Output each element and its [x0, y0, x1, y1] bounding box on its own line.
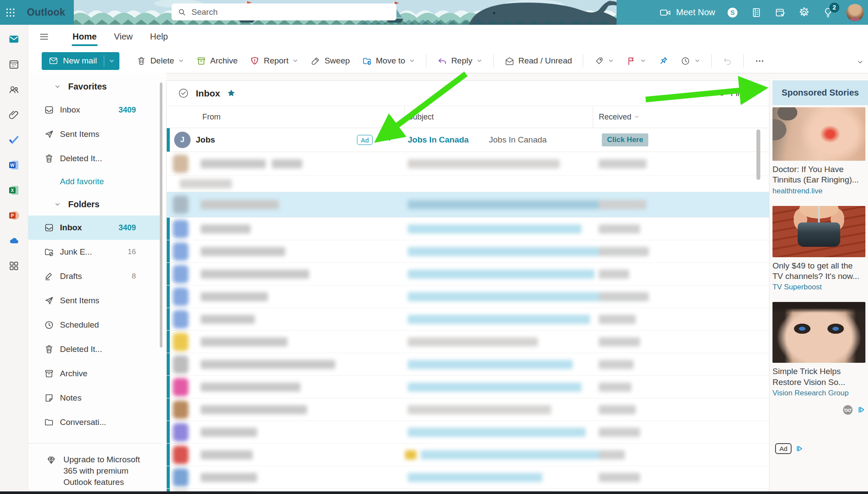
- rail-attachments-icon[interactable]: [7, 108, 20, 121]
- sidebar-item-inbox[interactable]: Inbox3409: [28, 216, 161, 240]
- ad-email-row[interactable]: J Jobs Ad Jobs In Canada Jobs In Canada …: [167, 128, 769, 152]
- click-here-button[interactable]: Click Here: [602, 133, 648, 146]
- email-row-redacted[interactable]: [167, 331, 769, 353]
- drafts-icon: [44, 271, 54, 282]
- story-source-link[interactable]: Vision Research Group: [772, 389, 868, 398]
- more-commands-button[interactable]: [750, 52, 769, 70]
- email-row-redacted[interactable]: [167, 192, 769, 218]
- tv-device-ad-image: [772, 206, 865, 257]
- new-mail-icon: [49, 56, 58, 66]
- tab-view[interactable]: View: [110, 25, 137, 49]
- sponsored-story[interactable]: Simple Trick Helps Restore Vision So...V…: [772, 302, 868, 398]
- sidebar-item-deleted-it[interactable]: Deleted It...: [28, 337, 166, 361]
- list-scrollbar[interactable]: [756, 129, 760, 491]
- email-row-redacted[interactable]: [167, 240, 769, 263]
- more-options-icon[interactable]: [382, 135, 392, 145]
- tips-bulb-icon[interactable]: 2: [822, 7, 835, 19]
- reply-arrow-icon: [437, 56, 447, 66]
- email-row-redacted[interactable]: [167, 263, 769, 285]
- email-row-redacted[interactable]: [167, 444, 769, 466]
- reply-button[interactable]: Reply: [432, 52, 487, 70]
- column-subject[interactable]: Subject: [408, 113, 434, 122]
- hamburger-menu-button[interactable]: [39, 30, 53, 44]
- sidebar-item-scheduled[interactable]: Scheduled: [28, 313, 166, 337]
- folders-section-header[interactable]: Folders: [28, 191, 166, 216]
- meet-now-button[interactable]: Meet Now: [660, 7, 715, 18]
- move-to-button[interactable]: Move to: [357, 52, 420, 70]
- sidebar-item-inbox[interactable]: Inbox3409: [28, 98, 166, 122]
- rail-calendar-icon[interactable]: [7, 58, 20, 71]
- story-headline: Doctor: If You Have Tinnitus (Ear Ringin…: [772, 164, 865, 186]
- sweep-button[interactable]: Sweep: [306, 52, 354, 70]
- email-row-redacted[interactable]: [167, 308, 769, 331]
- archive-button[interactable]: Archive: [191, 52, 242, 70]
- add-favorite-button[interactable]: Add favorite: [28, 171, 166, 191]
- tab-home[interactable]: Home: [68, 25, 101, 49]
- categorize-tag-button[interactable]: [589, 52, 619, 70]
- rail-onedrive-icon[interactable]: [7, 234, 20, 247]
- favorite-star-icon[interactable]: [226, 88, 237, 99]
- tab-help[interactable]: Help: [146, 25, 172, 49]
- column-from[interactable]: From: [202, 113, 221, 122]
- sidebar-item-conversati[interactable]: Conversati...: [28, 410, 166, 434]
- diamond-icon: [46, 455, 56, 465]
- sidebar-item-sent-items[interactable]: Sent Items: [28, 288, 166, 313]
- date-group-row[interactable]: [167, 176, 769, 192]
- flag-button[interactable]: [621, 52, 651, 70]
- folder-pane-scrollbar[interactable]: [160, 83, 162, 348]
- favorites-section-header[interactable]: Favorites: [28, 73, 166, 98]
- settings-gear-icon[interactable]: [799, 7, 811, 19]
- ribbon-collapse-chevron[interactable]: [857, 58, 865, 66]
- email-row-redacted[interactable]: [167, 152, 769, 176]
- flag-icon: [626, 56, 636, 66]
- rail-more-apps-icon[interactable]: [7, 259, 20, 272]
- rail-powerpoint-icon[interactable]: P: [7, 209, 20, 222]
- app-launcher-icon[interactable]: [0, 0, 21, 25]
- sidebar-item-sent-items[interactable]: Sent Items: [28, 122, 166, 146]
- sponsored-story[interactable]: Doctor: If You Have Tinnitus (Ear Ringin…: [772, 107, 868, 196]
- email-row-redacted[interactable]: [167, 353, 769, 376]
- filter-button[interactable]: Filter: [717, 89, 749, 98]
- story-source-link[interactable]: healthtrend.live: [772, 187, 868, 196]
- email-row-redacted[interactable]: [167, 376, 769, 398]
- sidebar-item-junk-e[interactable]: Junk E...16: [28, 240, 166, 264]
- email-row-redacted[interactable]: [167, 466, 769, 489]
- sidebar-item-drafts[interactable]: Drafts8: [28, 264, 166, 288]
- select-all-icon[interactable]: [178, 87, 190, 99]
- snooze-button[interactable]: [676, 52, 705, 70]
- onenote-feed-button[interactable]: [751, 7, 763, 19]
- sidebar-item-notes[interactable]: Notes: [28, 386, 166, 410]
- read-unread-button[interactable]: Read / Unread: [500, 52, 577, 70]
- rail-word-icon[interactable]: W: [7, 159, 20, 172]
- ad-provider-icon[interactable]: [842, 404, 853, 415]
- adchoices-icon[interactable]: [795, 444, 803, 453]
- account-avatar[interactable]: [846, 4, 864, 21]
- story-source-link[interactable]: TV Superboost: [772, 283, 868, 292]
- email-row-redacted[interactable]: [167, 421, 769, 444]
- sidebar-item-deleted-it[interactable]: Deleted It...: [28, 146, 166, 171]
- search-input[interactable]: [191, 7, 390, 17]
- adchoices-icon[interactable]: [857, 405, 865, 414]
- sponsored-story[interactable]: Only $49 to get all the TV channels? It'…: [772, 206, 868, 292]
- new-mail-button[interactable]: New mail: [42, 52, 119, 70]
- email-row-redacted[interactable]: [167, 218, 769, 240]
- skype-button[interactable]: S: [727, 7, 739, 19]
- sidebar-item-archive[interactable]: Archive: [28, 361, 166, 386]
- my-day-tasks-button[interactable]: [775, 7, 787, 19]
- column-received[interactable]: Received: [599, 113, 640, 122]
- rail-people-icon[interactable]: [7, 83, 20, 96]
- email-row-redacted[interactable]: [167, 285, 769, 308]
- undo-button[interactable]: [718, 52, 737, 70]
- search-box[interactable]: [172, 3, 396, 20]
- report-button[interactable]: Report: [245, 52, 303, 70]
- rail-excel-icon[interactable]: X: [7, 184, 20, 197]
- email-row-redacted[interactable]: [167, 398, 769, 421]
- chevron-down-icon: [178, 58, 184, 64]
- new-mail-split-chevron[interactable]: [104, 52, 119, 70]
- pin-button[interactable]: [653, 52, 673, 70]
- note-icon: [44, 393, 54, 403]
- rail-todo-icon[interactable]: [7, 133, 20, 146]
- upgrade-banner[interactable]: Upgrade to Microsoft 365 with premium Ou…: [28, 443, 161, 488]
- delete-button[interactable]: Delete: [132, 52, 189, 70]
- rail-mail-icon[interactable]: [7, 33, 20, 46]
